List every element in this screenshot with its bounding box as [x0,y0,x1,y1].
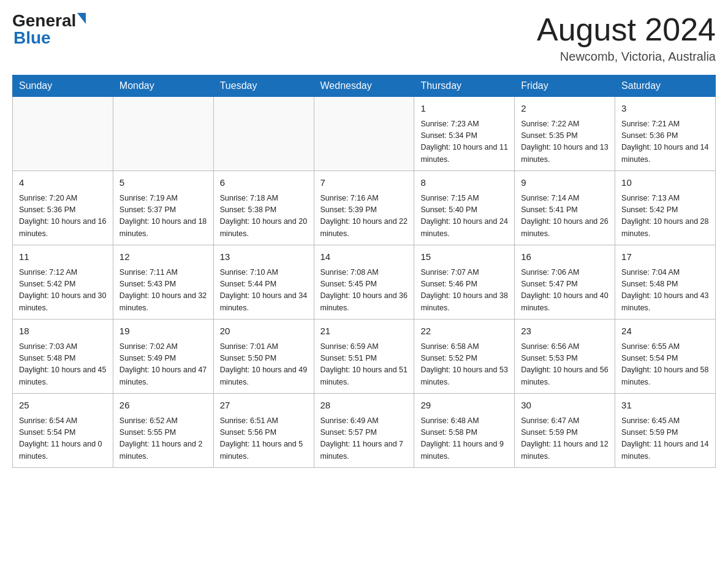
calendar-cell: 14Sunrise: 7:08 AM Sunset: 5:45 PM Dayli… [314,245,414,320]
calendar-table: SundayMondayTuesdayWednesdayThursdayFrid… [12,75,716,468]
cell-info: Sunrise: 7:23 AM Sunset: 5:34 PM Dayligh… [420,118,508,166]
cell-info: Sunrise: 6:54 AM Sunset: 5:54 PM Dayligh… [19,415,107,463]
cell-info: Sunrise: 7:22 AM Sunset: 5:35 PM Dayligh… [521,118,609,166]
day-number: 23 [521,324,609,339]
title-section: August 2024 Newcomb, Victoria, Australia [537,12,716,64]
calendar-cell: 16Sunrise: 7:06 AM Sunset: 5:47 PM Dayli… [515,245,615,320]
day-number: 1 [420,102,508,116]
cell-info: Sunrise: 6:47 AM Sunset: 5:59 PM Dayligh… [521,415,609,463]
cell-info: Sunrise: 7:14 AM Sunset: 5:41 PM Dayligh… [521,193,609,240]
day-number: 3 [621,102,709,116]
cell-info: Sunrise: 7:15 AM Sunset: 5:40 PM Dayligh… [420,193,508,240]
cell-info: Sunrise: 6:49 AM Sunset: 5:57 PM Dayligh… [320,415,408,463]
calendar-cell: 2Sunrise: 7:22 AM Sunset: 5:35 PM Daylig… [515,97,615,171]
day-number: 9 [521,176,609,190]
cell-info: Sunrise: 7:16 AM Sunset: 5:39 PM Dayligh… [320,193,408,240]
calendar-header-row: SundayMondayTuesdayWednesdayThursdayFrid… [13,75,716,97]
calendar-header-monday: Monday [113,75,213,97]
calendar-cell: 24Sunrise: 6:55 AM Sunset: 5:54 PM Dayli… [615,320,716,394]
calendar-cell [13,97,113,171]
cell-info: Sunrise: 6:51 AM Sunset: 5:56 PM Dayligh… [220,415,308,463]
cell-info: Sunrise: 6:48 AM Sunset: 5:58 PM Dayligh… [420,415,508,463]
day-number: 17 [621,250,709,264]
day-number: 15 [420,250,508,264]
cell-info: Sunrise: 7:06 AM Sunset: 5:47 PM Dayligh… [521,267,609,315]
calendar-week-row: 25Sunrise: 6:54 AM Sunset: 5:54 PM Dayli… [13,394,716,468]
cell-info: Sunrise: 7:03 AM Sunset: 5:48 PM Dayligh… [19,341,107,389]
location: Newcomb, Victoria, Australia [537,50,716,64]
day-number: 11 [19,250,107,264]
calendar-cell: 19Sunrise: 7:02 AM Sunset: 5:49 PM Dayli… [113,320,213,394]
calendar-header-wednesday: Wednesday [314,75,414,97]
calendar-cell: 29Sunrise: 6:48 AM Sunset: 5:58 PM Dayli… [414,394,515,468]
day-number: 22 [420,324,508,339]
day-number: 13 [220,250,308,264]
calendar-cell: 23Sunrise: 6:56 AM Sunset: 5:53 PM Dayli… [515,320,615,394]
cell-info: Sunrise: 6:56 AM Sunset: 5:53 PM Dayligh… [521,341,609,389]
calendar-cell: 28Sunrise: 6:49 AM Sunset: 5:57 PM Dayli… [314,394,414,468]
cell-info: Sunrise: 7:13 AM Sunset: 5:42 PM Dayligh… [621,193,709,240]
day-number: 5 [119,176,207,190]
calendar-cell: 22Sunrise: 6:58 AM Sunset: 5:52 PM Dayli… [414,320,515,394]
calendar-week-row: 4Sunrise: 7:20 AM Sunset: 5:36 PM Daylig… [13,171,716,245]
cell-info: Sunrise: 7:02 AM Sunset: 5:49 PM Dayligh… [119,341,207,389]
calendar-cell: 1Sunrise: 7:23 AM Sunset: 5:34 PM Daylig… [414,97,515,171]
calendar-cell: 6Sunrise: 7:18 AM Sunset: 5:38 PM Daylig… [213,171,314,245]
day-number: 6 [220,176,308,190]
calendar-cell: 27Sunrise: 6:51 AM Sunset: 5:56 PM Dayli… [213,394,314,468]
calendar-cell: 31Sunrise: 6:45 AM Sunset: 5:59 PM Dayli… [615,394,716,468]
day-number: 12 [119,250,207,264]
cell-info: Sunrise: 6:59 AM Sunset: 5:51 PM Dayligh… [320,341,408,389]
calendar-cell: 8Sunrise: 7:15 AM Sunset: 5:40 PM Daylig… [414,171,515,245]
day-number: 16 [521,250,609,264]
day-number: 31 [621,399,709,413]
cell-info: Sunrise: 7:07 AM Sunset: 5:46 PM Dayligh… [420,267,508,315]
calendar-cell [314,97,414,171]
calendar-cell: 15Sunrise: 7:07 AM Sunset: 5:46 PM Dayli… [414,245,515,320]
day-number: 20 [220,324,308,339]
calendar-cell [213,97,314,171]
logo: General Blue [12,12,86,47]
cell-info: Sunrise: 7:04 AM Sunset: 5:48 PM Dayligh… [621,267,709,315]
month-title: August 2024 [537,12,716,47]
cell-info: Sunrise: 7:10 AM Sunset: 5:44 PM Dayligh… [220,267,308,315]
page-header: General Blue August 2024 Newcomb, Victor… [12,12,716,64]
logo-text-blue: Blue [13,29,51,47]
calendar-cell: 25Sunrise: 6:54 AM Sunset: 5:54 PM Dayli… [13,394,113,468]
calendar-cell: 18Sunrise: 7:03 AM Sunset: 5:48 PM Dayli… [13,320,113,394]
day-number: 14 [320,250,408,264]
day-number: 21 [320,324,408,339]
cell-info: Sunrise: 7:19 AM Sunset: 5:37 PM Dayligh… [119,193,207,240]
day-number: 2 [521,102,609,116]
cell-info: Sunrise: 7:21 AM Sunset: 5:36 PM Dayligh… [621,118,709,166]
calendar-cell: 4Sunrise: 7:20 AM Sunset: 5:36 PM Daylig… [13,171,113,245]
day-number: 30 [521,399,609,413]
day-number: 29 [420,399,508,413]
calendar-cell: 10Sunrise: 7:13 AM Sunset: 5:42 PM Dayli… [615,171,716,245]
calendar-cell: 13Sunrise: 7:10 AM Sunset: 5:44 PM Dayli… [213,245,314,320]
calendar-cell: 30Sunrise: 6:47 AM Sunset: 5:59 PM Dayli… [515,394,615,468]
day-number: 19 [119,324,207,339]
day-number: 25 [19,399,107,413]
calendar-header-saturday: Saturday [615,75,716,97]
day-number: 18 [19,324,107,339]
calendar-week-row: 18Sunrise: 7:03 AM Sunset: 5:48 PM Dayli… [13,320,716,394]
calendar-cell: 11Sunrise: 7:12 AM Sunset: 5:42 PM Dayli… [13,245,113,320]
day-number: 27 [220,399,308,413]
calendar-week-row: 1Sunrise: 7:23 AM Sunset: 5:34 PM Daylig… [13,97,716,171]
calendar-cell: 12Sunrise: 7:11 AM Sunset: 5:43 PM Dayli… [113,245,213,320]
day-number: 7 [320,176,408,190]
cell-info: Sunrise: 7:11 AM Sunset: 5:43 PM Dayligh… [119,267,207,315]
day-number: 28 [320,399,408,413]
calendar-cell: 7Sunrise: 7:16 AM Sunset: 5:39 PM Daylig… [314,171,414,245]
calendar-cell: 20Sunrise: 7:01 AM Sunset: 5:50 PM Dayli… [213,320,314,394]
day-number: 4 [19,176,107,190]
calendar-header-thursday: Thursday [414,75,515,97]
day-number: 26 [119,399,207,413]
calendar-week-row: 11Sunrise: 7:12 AM Sunset: 5:42 PM Dayli… [13,245,716,320]
day-number: 10 [621,176,709,190]
calendar-cell: 5Sunrise: 7:19 AM Sunset: 5:37 PM Daylig… [113,171,213,245]
logo-triangle-icon [77,13,86,24]
cell-info: Sunrise: 7:18 AM Sunset: 5:38 PM Dayligh… [220,193,308,240]
logo-text-general: General [12,12,76,29]
